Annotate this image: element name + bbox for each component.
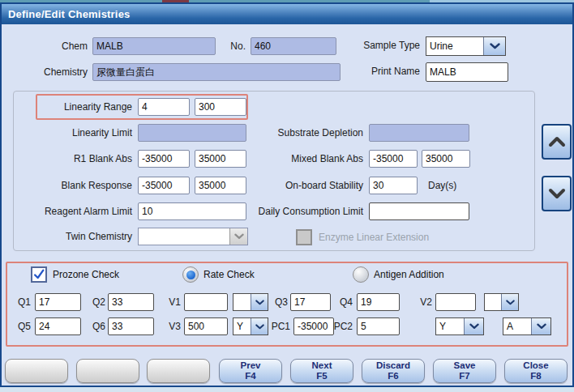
prev-button[interactable]: Prev F4 xyxy=(219,359,282,383)
pc1-label: PC1 xyxy=(261,317,290,335)
button-fkey: F8 xyxy=(505,371,567,381)
v3-field[interactable] xyxy=(184,317,228,335)
pc-flag2-dropdown-button[interactable] xyxy=(531,318,550,334)
chevron-down-icon xyxy=(469,323,479,330)
v2-field[interactable] xyxy=(435,293,476,311)
v2-unit-select[interactable] xyxy=(484,293,519,311)
pc-flag1-select[interactable]: Y xyxy=(435,317,484,335)
chevron-down-icon xyxy=(234,233,244,240)
v2-label: V2 xyxy=(403,293,432,311)
button-label: Prev xyxy=(220,360,281,371)
rate-check-radio[interactable] xyxy=(182,266,199,283)
scroll-up-button[interactable] xyxy=(542,124,572,160)
enzyme-linear-extension-checkbox xyxy=(296,229,312,245)
prozone-check-label: Prozone Check xyxy=(53,266,119,283)
pc-flag1-value: Y xyxy=(436,318,464,334)
sample-type-select[interactable]: Urine xyxy=(426,36,506,56)
mixed-blank-abs-low-field[interactable] xyxy=(369,150,418,168)
pc2-field[interactable] xyxy=(357,317,400,335)
q2-field[interactable] xyxy=(108,293,154,311)
blank-button-2[interactable] xyxy=(76,359,139,383)
chevron-up-icon xyxy=(548,136,566,147)
chevron-down-icon xyxy=(506,300,515,305)
q4-field[interactable] xyxy=(357,293,400,311)
v3-unit-value: Y xyxy=(233,318,251,334)
chevron-down-icon xyxy=(490,43,500,49)
button-fkey: F7 xyxy=(434,371,495,381)
pc-flag2-value: A xyxy=(503,318,531,334)
daily-consumption-limit-label: Daily Consumption Limit xyxy=(196,202,363,220)
v1-unit-value xyxy=(233,294,251,310)
onboard-stability-label: On-board Stability xyxy=(196,177,363,194)
print-name-field[interactable] xyxy=(426,62,508,82)
discard-button[interactable]: Discard F6 xyxy=(362,359,425,383)
twin-chemistry-select xyxy=(138,228,248,245)
dialog-body: Chem No. Sample Type Urine Chemistry Pri… xyxy=(2,24,572,387)
close-button[interactable]: Close F8 xyxy=(504,359,568,383)
q2-label: Q2 xyxy=(75,293,105,311)
onboard-stability-unit: Day(s) xyxy=(428,177,456,194)
rate-check-label: Rate Check xyxy=(203,266,255,283)
enzyme-linear-extension-label: Enzyme Linear Extension xyxy=(319,229,429,245)
mixed-blank-abs-label: Mixed Blank Abs xyxy=(196,150,363,168)
linearity-range-label: Linearity Range xyxy=(2,98,132,116)
q5-label: Q5 xyxy=(2,317,31,335)
q4-label: Q4 xyxy=(323,293,353,311)
v3-label: V3 xyxy=(152,317,181,335)
sample-type-dropdown-button[interactable] xyxy=(483,37,505,55)
twin-chemistry-label: Twin Chemistry xyxy=(2,228,132,245)
print-name-label: Print Name xyxy=(310,62,420,80)
antigen-addition-label: Antigen Addition xyxy=(374,266,444,283)
chevron-down-icon xyxy=(548,188,566,199)
button-fkey: F6 xyxy=(362,371,424,381)
v2-unit-dropdown-button[interactable] xyxy=(501,294,518,310)
r1-blank-abs-label: R1 Blank Abs xyxy=(2,150,132,168)
onboard-stability-field[interactable] xyxy=(369,177,418,194)
q1-label: Q1 xyxy=(2,293,31,311)
define-edit-chemistries-dialog: Define/Edit Chemistries Chem No. Sample … xyxy=(0,2,574,387)
reagent-alarm-limit-label: Reagent Alarm Limit xyxy=(2,202,132,220)
v1-label: V1 xyxy=(152,293,181,311)
q6-field[interactable] xyxy=(108,317,154,335)
linearity-range-low-field[interactable] xyxy=(138,98,190,116)
button-label: Discard xyxy=(362,360,424,371)
chemistry-field[interactable] xyxy=(92,63,341,81)
dialog-title: Define/Edit Chemistries xyxy=(8,8,131,20)
substrate-depletion-field xyxy=(369,124,469,142)
title-bar: Define/Edit Chemistries xyxy=(2,4,572,24)
q3-label: Q3 xyxy=(259,293,288,311)
button-label: Save xyxy=(434,360,495,371)
button-label: Close xyxy=(505,360,567,371)
next-button[interactable]: Next F5 xyxy=(290,359,353,383)
button-fkey: F4 xyxy=(220,371,281,381)
mixed-blank-abs-high-field[interactable] xyxy=(422,150,470,168)
screen: Define/Edit Chemistries Chem No. Sample … xyxy=(0,0,574,392)
substrate-depletion-label: Substrate Depletion xyxy=(196,124,363,142)
prozone-check-checkbox[interactable] xyxy=(31,266,47,283)
check-icon xyxy=(32,268,45,281)
scroll-down-button[interactable] xyxy=(542,176,572,211)
twin-chemistry-value xyxy=(139,228,229,245)
button-label: Next xyxy=(291,360,353,371)
antigen-addition-radio[interactable] xyxy=(353,266,369,283)
pc-flag2-select[interactable]: A xyxy=(503,317,551,335)
chemistry-label: Chemistry xyxy=(2,63,88,81)
linearity-limit-label: Linearity Limit xyxy=(2,124,132,142)
chem-label: Chem xyxy=(2,37,88,55)
blank-response-low-field[interactable] xyxy=(138,177,190,194)
q6-label: Q6 xyxy=(75,317,105,335)
blank-button-3[interactable] xyxy=(147,359,210,383)
radio-dot xyxy=(186,271,195,279)
no-label: No. xyxy=(196,37,246,55)
blank-response-label: Blank Response xyxy=(2,177,132,194)
daily-consumption-limit-field[interactable] xyxy=(369,202,469,220)
blank-button-1[interactable] xyxy=(5,359,68,383)
r1-blank-abs-low-field[interactable] xyxy=(138,150,190,168)
v2-unit-value xyxy=(485,294,501,310)
button-fkey: F5 xyxy=(291,371,353,381)
v1-field[interactable] xyxy=(184,293,228,311)
linearity-range-high-field[interactable] xyxy=(195,98,246,116)
save-button[interactable]: Save F7 xyxy=(433,359,496,383)
pc-flag1-dropdown-button[interactable] xyxy=(464,318,483,334)
sample-type-label: Sample Type xyxy=(310,36,420,54)
